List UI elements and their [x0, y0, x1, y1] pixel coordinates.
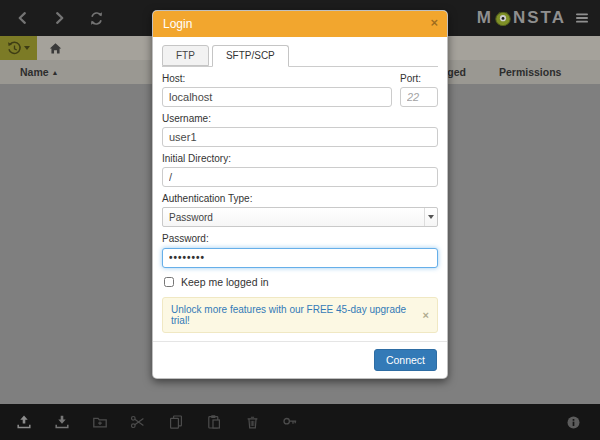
caret-down-icon: [428, 215, 434, 219]
trash-icon: [245, 415, 260, 430]
history-icon: [7, 41, 22, 56]
new-folder-icon: [92, 414, 108, 430]
auth-type-label: Authentication Type:: [162, 193, 438, 205]
username-label: Username:: [162, 113, 438, 125]
password-input[interactable]: [162, 248, 438, 268]
upload-icon: [16, 414, 32, 430]
download-button[interactable]: [43, 404, 81, 440]
auth-type-select[interactable]: Password: [162, 207, 438, 227]
key-icon: [282, 414, 298, 430]
initial-directory-input[interactable]: [162, 167, 438, 187]
refresh-icon: [89, 11, 104, 26]
info-button[interactable]: [554, 404, 592, 440]
menu-icon: [575, 11, 589, 25]
close-icon[interactable]: ×: [430, 16, 438, 29]
logo-text-prefix: M: [477, 8, 493, 28]
keep-logged-in-label: Keep me logged in: [181, 276, 269, 288]
cut-button[interactable]: [119, 404, 157, 440]
port-label: Port:: [400, 73, 438, 85]
host-label: Host:: [162, 73, 392, 85]
keep-logged-in-checkbox[interactable]: [164, 277, 174, 287]
upgrade-notice-link[interactable]: Unlock more features with our FREE 45-da…: [171, 304, 417, 326]
port-input[interactable]: [400, 87, 438, 107]
paste-icon: [206, 414, 222, 430]
back-button[interactable]: [4, 0, 41, 36]
login-form: FTP SFTP/SCP Host: Port: Username: Initi…: [153, 37, 447, 341]
tab-sftp-scp[interactable]: SFTP/SCP: [212, 45, 289, 67]
cut-icon: [130, 414, 146, 430]
connect-button[interactable]: Connect: [374, 349, 437, 371]
upload-button[interactable]: [5, 404, 43, 440]
bottom-toolbar: [0, 404, 600, 440]
permissions-button[interactable]: [271, 404, 309, 440]
monster-head-icon: [494, 9, 512, 27]
login-dialog: Login × FTP SFTP/SCP Host: Port: Usernam…: [152, 10, 448, 379]
select-dropdown-zone: [424, 208, 437, 226]
paste-button[interactable]: [195, 404, 233, 440]
info-icon: [566, 415, 581, 430]
column-label-name: Name: [20, 66, 49, 78]
chevron-left-icon: [16, 11, 29, 25]
copy-icon: [168, 414, 184, 430]
close-icon[interactable]: ×: [417, 309, 429, 321]
protocol-tabs: FTP SFTP/SCP: [162, 45, 438, 67]
upgrade-notice: Unlock more features with our FREE 45-da…: [162, 297, 438, 333]
monsta-logo: M NSTA: [477, 0, 566, 36]
tab-ftp[interactable]: FTP: [162, 45, 209, 66]
menu-button[interactable]: [570, 0, 594, 36]
column-header-name[interactable]: Name▲: [20, 66, 59, 78]
forward-button[interactable]: [41, 0, 78, 36]
refresh-button[interactable]: [78, 0, 115, 36]
login-dialog-footer: Connect: [153, 341, 447, 378]
password-label: Password:: [162, 233, 438, 245]
caret-down-icon: [24, 46, 30, 50]
new-folder-button[interactable]: [81, 404, 119, 440]
dialog-title: Login: [163, 17, 192, 31]
history-dropdown-button[interactable]: [0, 36, 37, 60]
chevron-right-icon: [53, 11, 66, 25]
column-header-permissions[interactable]: Permissions: [499, 66, 561, 78]
username-input[interactable]: [162, 127, 438, 147]
download-icon: [54, 414, 70, 430]
logo-text-suffix: NSTA: [513, 8, 566, 28]
initial-directory-label: Initial Directory:: [162, 153, 438, 165]
host-input[interactable]: [162, 87, 392, 107]
home-button[interactable]: [44, 36, 66, 60]
home-icon: [49, 42, 62, 55]
auth-type-value: Password: [169, 212, 213, 223]
login-dialog-header: Login ×: [153, 11, 447, 37]
delete-button[interactable]: [233, 404, 271, 440]
copy-button[interactable]: [157, 404, 195, 440]
sort-asc-icon: ▲: [52, 69, 59, 76]
